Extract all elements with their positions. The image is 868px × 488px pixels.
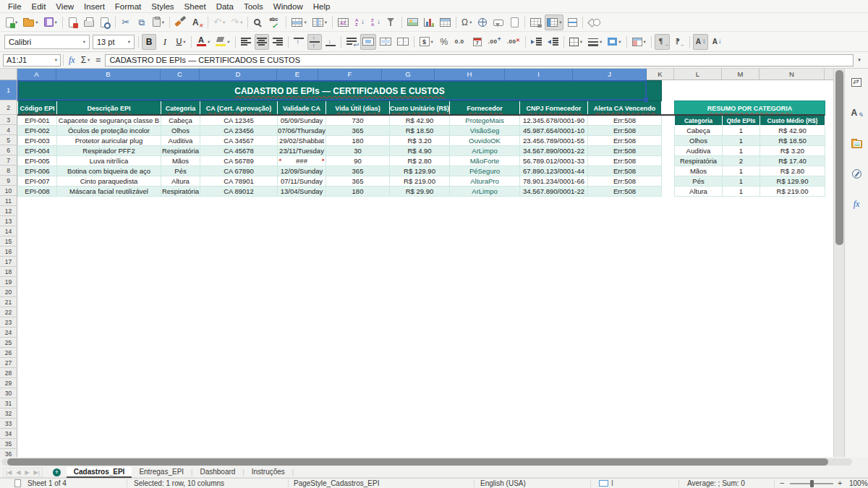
cell[interactable]: Botina com biqueira de aço — [57, 166, 161, 176]
row-header-7[interactable]: 7 — [0, 155, 17, 166]
hyperlink-button[interactable] — [475, 14, 490, 30]
row-header-24[interactable]: 24 — [0, 328, 17, 338]
headers-and-footers-button[interactable] — [507, 14, 522, 30]
cell[interactable]: R$ 3.20 — [390, 136, 450, 146]
row-header-26[interactable]: 26 — [0, 348, 17, 358]
row-header-28[interactable]: 28 — [0, 368, 17, 378]
row-header-25[interactable]: 25 — [0, 338, 17, 348]
row-header-13[interactable]: 13 — [0, 216, 17, 226]
number-format-button[interactable] — [453, 34, 469, 50]
vertical-scrollbar[interactable] — [833, 69, 844, 457]
last-sheet-button[interactable]: ▶| — [32, 469, 42, 476]
chevron-down-icon[interactable]: ▾ — [124, 39, 130, 45]
table-title-cell[interactable]: CADASTRO DE EPIs — CERTIFICADOS E CUSTOS — [18, 81, 662, 101]
row-header-9[interactable]: 9 — [0, 176, 17, 186]
previous-sheet-button[interactable]: ◀ — [14, 469, 22, 476]
zoom-out-button[interactable]: − — [780, 479, 784, 487]
cell[interactable]: CA 45678 — [200, 146, 278, 156]
cell[interactable]: ArLimpo — [450, 187, 520, 197]
show-draw-functions-button[interactable] — [586, 14, 603, 30]
header-cell[interactable]: Validade CA — [278, 101, 326, 116]
cell[interactable]: R$ 42.90 — [390, 116, 450, 126]
column-header-a[interactable]: A — [17, 69, 56, 80]
column-header-n[interactable]: N — [760, 69, 825, 80]
row-header-27[interactable]: 27 — [0, 358, 17, 368]
cell[interactable]: 1 — [723, 146, 760, 156]
row-header-4[interactable]: 4 — [0, 125, 17, 135]
cell[interactable]: R$ 129.90 — [760, 176, 825, 187]
merge-cells-button[interactable] — [378, 34, 393, 50]
row-header-16[interactable]: 16 — [0, 247, 17, 257]
cell[interactable]: Err:508 — [588, 156, 662, 166]
export-pdf-button[interactable] — [66, 14, 80, 30]
navigator-button[interactable] — [848, 167, 864, 180]
cell[interactable]: EPI-003 — [18, 136, 57, 146]
center-vertically-button[interactable] — [307, 34, 322, 50]
cell[interactable]: Err:508 — [588, 126, 662, 136]
wrap-text-button[interactable] — [344, 34, 359, 50]
menu-tools[interactable]: Tools — [239, 0, 268, 13]
split-window-button[interactable] — [565, 14, 579, 30]
cell[interactable]: Respiratória — [161, 146, 200, 156]
row-header-3[interactable]: 3 — [0, 115, 17, 125]
cell[interactable]: Cabeça — [675, 126, 723, 136]
vertical-text-button[interactable] — [710, 34, 725, 50]
cell[interactable]: Err:508 — [588, 166, 662, 176]
row-header-1[interactable]: 1 — [0, 80, 17, 100]
cut-button[interactable]: ✂ — [119, 14, 133, 30]
cell[interactable]: Olhos — [161, 126, 200, 136]
function-wizard-button[interactable]: fx — [66, 53, 78, 67]
align-bottom-button[interactable] — [323, 34, 338, 50]
cell[interactable]: Óculos de proteção incolor — [57, 126, 161, 136]
horizontal-scrollbar-track[interactable] — [1, 458, 852, 466]
horizontal-scrollbar[interactable] — [0, 457, 868, 467]
row-header-12[interactable]: 12 — [0, 206, 17, 216]
find-and-replace-button[interactable] — [251, 14, 265, 30]
align-left-button[interactable] — [239, 34, 253, 50]
cell[interactable]: MãoForte — [450, 156, 520, 166]
row-header-10[interactable]: 10 — [0, 186, 17, 196]
zoom-slider[interactable] — [790, 483, 833, 484]
border-color-button[interactable]: ▾ — [605, 34, 623, 50]
add-sheet-button[interactable]: + — [53, 468, 61, 476]
row-header-11[interactable]: 11 — [0, 196, 17, 206]
new-document-button[interactable]: ▾ — [4, 14, 20, 30]
autofilter-button[interactable] — [384, 14, 399, 30]
cell[interactable]: Altura — [161, 176, 200, 187]
clone-formatting-button[interactable] — [173, 14, 188, 30]
bold-button[interactable]: B — [142, 34, 156, 50]
column-header-h[interactable]: H — [435, 69, 505, 80]
row-header-30[interactable]: 30 — [0, 388, 17, 398]
cell[interactable]: CA 56789 — [200, 156, 278, 166]
cell[interactable]: Máscara facial reutilizável — [57, 187, 161, 197]
unmerge-cells-button[interactable] — [395, 34, 411, 50]
paste-button[interactable]: ▾ — [150, 14, 166, 30]
cell[interactable]: Cinto paraquedista — [57, 176, 161, 187]
header-cell[interactable]: CA (Cert. Aprovação) — [200, 101, 278, 116]
text-orientation-button[interactable] — [693, 34, 708, 50]
currency-format-button[interactable]: ▾ — [417, 34, 435, 50]
borders-button[interactable]: ▾ — [567, 34, 584, 50]
cell[interactable]: EPI-007 — [18, 176, 57, 187]
insert-image-button[interactable] — [405, 14, 420, 30]
cell[interactable]: 05/09/Sunday — [278, 116, 326, 126]
insert-chart-button[interactable] — [422, 14, 436, 30]
name-box[interactable]: A1:J1 ▾ — [3, 54, 61, 67]
insert-column-button[interactable]: ▾ — [310, 14, 329, 30]
cell[interactable]: R$ 18.50 — [390, 126, 450, 136]
align-right-button[interactable] — [271, 34, 285, 50]
menu-help[interactable]: Help — [308, 0, 336, 13]
autosum-button[interactable]: Σ▾ — [78, 53, 93, 67]
table-title-cell[interactable]: RESUMO POR CATEGORIA — [675, 101, 825, 116]
copy-button[interactable]: ⧉ — [135, 14, 149, 30]
date-format-button[interactable] — [470, 34, 485, 50]
cell[interactable]: 365 — [326, 166, 390, 176]
cell[interactable]: 1 — [723, 126, 760, 136]
average-sum-status[interactable]: Average: ; Sum: 0 — [687, 479, 745, 488]
row-header-36[interactable]: 36 — [0, 449, 17, 457]
zoom-in-button[interactable]: + — [838, 479, 842, 487]
cell[interactable]: 1 — [723, 187, 760, 197]
insert-comment-button[interactable] — [491, 14, 506, 30]
expand-formula-bar-button[interactable]: ▾ — [854, 57, 865, 63]
menu-format[interactable]: Format — [110, 0, 146, 13]
